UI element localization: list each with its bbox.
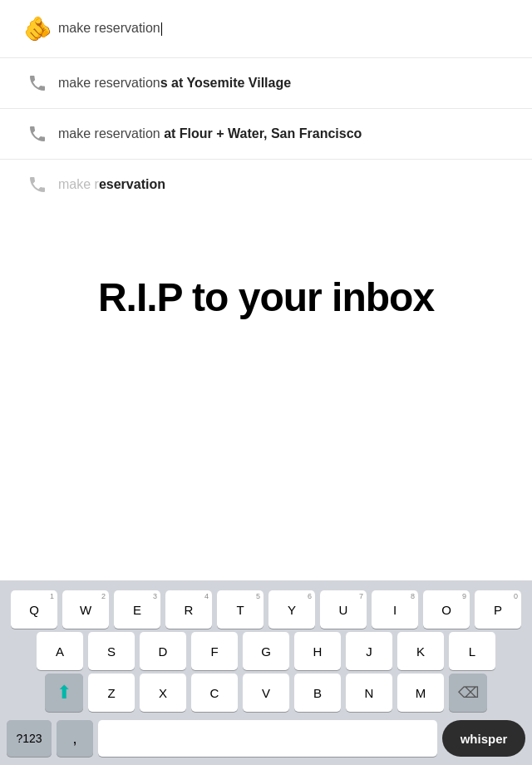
backspace-key[interactable]: ⌫ (449, 674, 487, 712)
whisper-label: whisper (461, 732, 508, 746)
key-f[interactable]: F (191, 632, 238, 670)
key-v[interactable]: V (243, 674, 289, 712)
key-p[interactable]: P0 (475, 590, 521, 629)
phone-icon-3 (17, 175, 58, 195)
keyboard-row-2: A S D F G H J K L (0, 632, 532, 670)
search-results: 🫵 make reservation make reservations at … (0, 0, 532, 210)
search-row-3[interactable]: make reservation at Flour + Water, San F… (0, 109, 532, 160)
whisper-button[interactable]: whisper (442, 720, 525, 757)
shift-key[interactable]: ⬆ (45, 674, 83, 712)
num-key[interactable]: ?123 (7, 720, 52, 757)
keyboard-row-3: ⬆ Z X C V B N M ⌫ (0, 674, 532, 712)
space-key[interactable] (98, 720, 437, 757)
key-g[interactable]: G (243, 632, 289, 670)
search-result-text-4: make reservation (58, 175, 165, 194)
comma-label: , (72, 730, 76, 748)
search-result-text-2: make reservations at Yosemite Village (58, 74, 291, 92)
key-s[interactable]: S (88, 632, 135, 670)
finger-icon: 🫵 (17, 15, 58, 42)
key-r[interactable]: R4 (165, 590, 212, 629)
key-z[interactable]: Z (88, 674, 135, 712)
keyboard-bottom-row: ?123 , whisper (0, 715, 532, 762)
keyboard-row-1: Q1 W2 E3 R4 T5 Y6 U7 I8 O9 P0 (0, 590, 532, 629)
key-n[interactable]: N (346, 674, 392, 712)
backspace-icon: ⌫ (458, 684, 479, 702)
key-h[interactable]: H (294, 632, 341, 670)
num-label: ?123 (16, 732, 42, 745)
key-j[interactable]: J (346, 632, 392, 670)
key-w[interactable]: W2 (62, 590, 109, 629)
key-i[interactable]: I8 (372, 590, 418, 629)
key-a[interactable]: A (37, 632, 83, 670)
key-t[interactable]: T5 (217, 590, 264, 629)
key-k[interactable]: K (397, 632, 444, 670)
key-u[interactable]: U7 (320, 590, 367, 629)
keyboard: Q1 W2 E3 R4 T5 Y6 U7 I8 O9 P0 A S D F G … (0, 580, 532, 765)
search-result-text-3: make reservation at Flour + Water, San F… (58, 125, 362, 143)
key-x[interactable]: X (140, 674, 186, 712)
key-y[interactable]: Y6 (268, 590, 315, 629)
key-c[interactable]: C (191, 674, 238, 712)
search-row-4[interactable]: make reservation (0, 160, 532, 210)
search-result-text-1: make reservation (58, 19, 162, 37)
key-e[interactable]: E3 (114, 590, 160, 629)
key-d[interactable]: D (140, 632, 186, 670)
phone-icon-2 (17, 124, 58, 144)
phone-icon-1 (17, 73, 58, 93)
key-q[interactable]: Q1 (11, 590, 57, 629)
key-m[interactable]: M (397, 674, 444, 712)
comma-key[interactable]: , (57, 720, 93, 757)
key-b[interactable]: B (294, 674, 341, 712)
overlay-text: R.I.P to your inbox (98, 274, 434, 320)
search-row-2[interactable]: make reservations at Yosemite Village (0, 58, 532, 109)
search-row-1[interactable]: 🫵 make reservation (0, 0, 532, 58)
key-o[interactable]: O9 (423, 590, 470, 629)
key-l[interactable]: L (449, 632, 495, 670)
shift-icon: ⬆ (57, 682, 71, 703)
